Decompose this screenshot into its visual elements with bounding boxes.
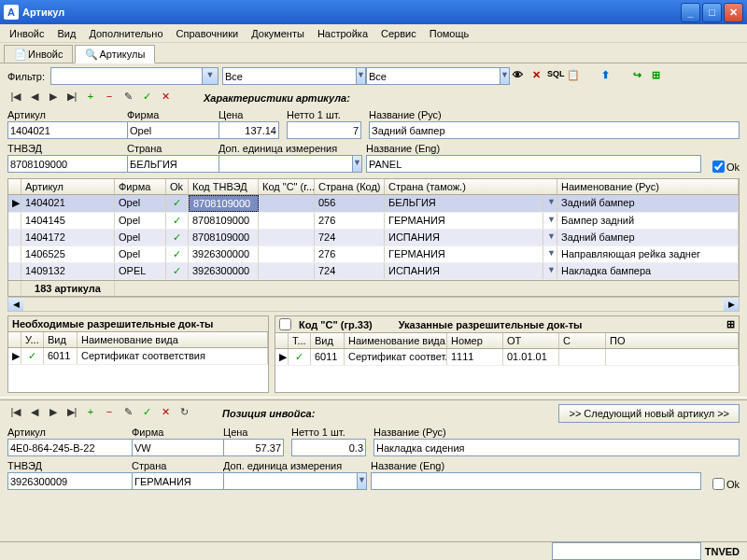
menu-extra[interactable]: Дополнительно — [83, 26, 168, 41]
copy-icon: 📄 — [14, 49, 25, 60]
tabstrip: 📄Инвойс 🔍Артикулы — [0, 43, 747, 63]
artikul-label: Артикул — [7, 109, 120, 120]
table-row[interactable]: ▶ ✓ 6011 Сертификат соответствия — [8, 348, 268, 365]
name-rus-input[interactable] — [369, 121, 740, 139]
dropdown-icon[interactable]: ▼ — [358, 472, 367, 490]
dropdown-icon[interactable]: ▼ — [500, 67, 510, 85]
tab-articles[interactable]: 🔍Артикулы — [75, 45, 155, 63]
col-kodc[interactable]: Код "С" (г... — [259, 179, 315, 194]
artikul-label-b: Артикул — [7, 427, 124, 438]
menu-service[interactable]: Сервис — [375, 26, 422, 41]
delete-icon[interactable]: ✕ — [529, 69, 543, 84]
first-icon[interactable]: |◀ — [7, 91, 24, 105]
up-arrow-icon[interactable]: ⬆ — [598, 69, 613, 84]
menu-settings[interactable]: Настройка — [312, 26, 374, 41]
dop-input[interactable] — [218, 155, 353, 173]
cancel-icon[interactable]: ✕ — [157, 406, 174, 421]
col-artikul[interactable]: Артикул — [21, 179, 115, 194]
cancel-icon[interactable]: ✕ — [157, 91, 174, 105]
edit-icon[interactable]: ✎ — [120, 406, 136, 421]
status-tnved: TNVED — [705, 546, 740, 557]
last-icon[interactable]: ▶| — [63, 406, 80, 421]
add-icon[interactable]: + — [82, 406, 99, 421]
confirm-icon[interactable]: ✓ — [138, 91, 155, 105]
grid-scrollbar[interactable]: ◀▶ — [7, 297, 740, 312]
specified-docs-title: Указанные разрешительные док-ты — [399, 319, 583, 330]
netto-input-b[interactable] — [291, 439, 366, 456]
name-rus-input-b[interactable] — [374, 439, 740, 456]
col-firma[interactable]: Фирма — [115, 179, 166, 194]
refresh-icon[interactable]: ↻ — [176, 406, 192, 421]
menu-view[interactable]: Вид — [51, 26, 81, 41]
dop-input-b[interactable] — [223, 472, 358, 490]
table-row[interactable]: 1409132OPEL✓3926300000724ИСПАНИЯ▼Накладк… — [8, 263, 739, 280]
netto-label-b: Нетто 1 шт. — [291, 427, 366, 438]
filter-select-1[interactable] — [222, 67, 357, 85]
titlebar: А Артикул _ □ ✕ — [0, 0, 747, 24]
dropdown-icon[interactable]: ▼ — [357, 67, 366, 85]
next-new-article-button[interactable]: >> Следующий новый артикул >> — [558, 404, 740, 423]
dropdown-icon[interactable]: ▼ — [353, 155, 362, 173]
next-icon[interactable]: ▶ — [45, 406, 62, 421]
required-docs-panel: Необходимые разрешительные док-ты У... В… — [7, 315, 269, 393]
col-ok[interactable]: Ok — [166, 179, 189, 194]
add-icon[interactable]: + — [82, 91, 99, 105]
strana-label-b: Страна — [132, 460, 216, 471]
excel-icon[interactable]: ⊞ — [648, 69, 663, 84]
filter-bar: Фильтр: ▼ ▼ ▼ 👁 ✕ SQL 📋 ⬆ ↪ ⊞ — [0, 63, 747, 89]
name-eng-label: Название (Eng) — [366, 143, 701, 154]
next-icon[interactable]: ▶ — [45, 91, 62, 105]
tnved-input[interactable] — [7, 155, 142, 173]
dop-label: Доп. единица измерения — [218, 143, 359, 154]
minimize-button[interactable]: _ — [681, 3, 700, 22]
sql-icon[interactable]: SQL — [547, 69, 562, 84]
filter-select-2[interactable] — [366, 67, 500, 85]
remove-icon[interactable]: − — [101, 91, 118, 105]
menu-dictionaries[interactable]: Справочники — [171, 26, 245, 41]
binoculars-icon[interactable]: 👁 — [510, 69, 525, 84]
prev-icon[interactable]: ◀ — [26, 91, 43, 105]
artikul-input-b[interactable] — [7, 439, 142, 456]
export-excel-icon[interactable]: ↪ — [629, 69, 644, 84]
first-icon[interactable]: |◀ — [7, 406, 24, 421]
artikul-input[interactable] — [7, 121, 142, 139]
table-row[interactable]: 1404172Opel✓8708109000724ИСПАНИЯ▼Задний … — [8, 230, 739, 246]
kodc-checkbox[interactable] — [279, 318, 291, 330]
name-eng-input[interactable] — [366, 155, 701, 173]
section-title-bottom: Позиция инвойса: — [222, 408, 315, 419]
table-row[interactable]: ▶1404021Opel✓8708109000056БЕЛЬГИЯ▼Задний… — [8, 195, 739, 213]
kodc-label: Код "С" (гр.33) — [299, 319, 373, 330]
dropdown-icon[interactable]: ▼ — [203, 67, 218, 85]
col-tnved[interactable]: Код ТНВЭД — [189, 179, 259, 194]
col-strkod[interactable]: Страна (Код) — [315, 179, 385, 194]
col-strtam[interactable]: Страна (тамож.) — [385, 179, 557, 194]
maximize-button[interactable]: □ — [702, 3, 722, 22]
col-naim[interactable]: Наименование (Рус) — [557, 179, 739, 194]
cena-input[interactable] — [218, 121, 279, 139]
calendar-icon[interactable]: ⊞ — [726, 318, 735, 330]
clipboard-icon[interactable]: 📋 — [566, 69, 581, 84]
tab-invoice[interactable]: 📄Инвойс — [4, 45, 73, 63]
ok-checkbox-b[interactable] — [712, 478, 725, 490]
menu-invoice[interactable]: Инвойс — [4, 26, 49, 41]
status-input[interactable] — [552, 542, 701, 560]
filter-input-1[interactable] — [50, 67, 203, 85]
remove-icon[interactable]: − — [101, 406, 118, 421]
tnved-input-b[interactable] — [7, 472, 142, 490]
table-row[interactable]: ▶ ✓ 6011 Сертификат соответ... 1111 01.0… — [275, 349, 739, 366]
close-button[interactable]: ✕ — [724, 3, 743, 22]
menu-help[interactable]: Помощь — [424, 26, 475, 41]
netto-input[interactable] — [287, 121, 361, 139]
menu-documents[interactable]: Документы — [246, 26, 310, 41]
confirm-icon[interactable]: ✓ — [138, 406, 155, 421]
table-row[interactable]: 1406525Opel✓3926300000276ГЕРМАНИЯ▼Направ… — [8, 246, 739, 263]
table-row[interactable]: 1404145Opel✓8708109000276ГЕРМАНИЯ▼Бампер… — [8, 213, 739, 230]
record-navigator-bottom: |◀ ◀ ▶ ▶| + − ✎ ✓ ✕ ↻ Позиция инвойса: >… — [7, 404, 740, 423]
ok-checkbox[interactable] — [712, 161, 725, 173]
cena-input-b[interactable] — [223, 439, 284, 456]
edit-icon[interactable]: ✎ — [120, 91, 136, 105]
last-icon[interactable]: ▶| — [63, 91, 80, 105]
splitter[interactable] — [0, 397, 747, 400]
name-eng-input-b[interactable] — [371, 472, 701, 490]
prev-icon[interactable]: ◀ — [26, 406, 43, 421]
